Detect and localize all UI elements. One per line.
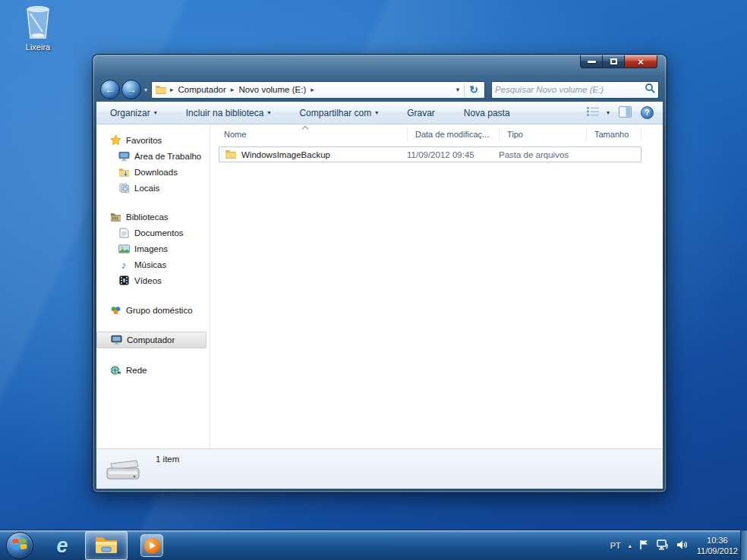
file-modified: 11/09/2012 09:45: [407, 150, 499, 159]
new-folder-label: Nova pasta: [464, 108, 510, 118]
status-item-count: 1 item: [156, 455, 179, 464]
taskbar-clock[interactable]: 10:36 11/09/2012: [697, 535, 738, 557]
details-pane: 1 item: [96, 448, 663, 489]
title-bar[interactable]: ×: [93, 55, 667, 77]
chevron-down-icon: ▾: [607, 109, 610, 116]
show-desktop-button[interactable]: [740, 530, 747, 560]
refresh-icon[interactable]: ↻: [465, 83, 483, 96]
documents-icon: [118, 227, 130, 239]
close-icon: ×: [638, 57, 644, 67]
organize-button[interactable]: Organizar ▾: [106, 105, 162, 121]
burn-button[interactable]: Gravar: [402, 105, 440, 121]
address-dropdown-icon[interactable]: ▾: [452, 86, 465, 93]
organize-label: Organizar: [110, 108, 150, 118]
breadcrumb-arrow-icon[interactable]: ▸: [228, 86, 238, 93]
maximize-button[interactable]: [603, 55, 624, 68]
forward-button[interactable]: →: [121, 80, 141, 99]
libraries-icon: [109, 211, 121, 223]
file-row[interactable]: WindowsImageBackup 11/09/2012 09:45 Past…: [219, 146, 641, 162]
action-center-flag-icon[interactable]: [639, 540, 649, 552]
chevron-down-icon: ▾: [154, 109, 157, 116]
start-button[interactable]: [6, 532, 33, 559]
column-label: Tipo: [507, 130, 523, 139]
sidebar-item-locais[interactable]: Locais: [96, 180, 210, 196]
network-icon: [109, 364, 121, 376]
view-controls: ▾ ?: [586, 106, 654, 120]
include-in-library-button[interactable]: Incluir na biblioteca ▾: [181, 105, 276, 121]
recycle-bin-icon: [11, 5, 65, 41]
sidebar-label: Locais: [134, 184, 159, 193]
back-icon: ←: [105, 83, 115, 96]
column-label: Nome: [224, 130, 246, 139]
column-header-tamanho[interactable]: Tamanho: [587, 127, 641, 141]
close-button[interactable]: ×: [624, 55, 657, 68]
media-player-icon: [140, 534, 163, 557]
recycle-bin[interactable]: Lixeira: [11, 5, 65, 52]
burn-label: Gravar: [407, 108, 435, 118]
column-header-tipo[interactable]: Tipo: [500, 127, 587, 141]
breadcrumb-item-novo-volume[interactable]: Novo volume (E:): [237, 85, 307, 94]
language-indicator[interactable]: PT: [610, 541, 621, 550]
sidebar-label: Área de Trabalho: [134, 152, 201, 161]
sidebar-item-musicas[interactable]: ♪ Músicas: [96, 256, 210, 272]
desktop-icon: [118, 150, 130, 162]
column-headers: Nome Data de modificaç... Tipo Tamanho: [210, 124, 663, 144]
include-label: Incluir na biblioteca: [186, 108, 264, 118]
sidebar-item-area-de-trabalho[interactable]: Área de Trabalho: [96, 148, 210, 164]
sidebar-item-downloads[interactable]: Downloads: [96, 164, 210, 180]
sidebar-label: Vídeos: [134, 276, 162, 285]
change-view-button[interactable]: ▾: [586, 106, 610, 119]
help-button[interactable]: ?: [641, 106, 654, 119]
taskbar-item-internet-explorer[interactable]: e: [44, 532, 80, 559]
new-folder-button[interactable]: Nova pasta: [459, 105, 515, 121]
navigation-row: ← → ▾ ▸ Computador ▸ Novo volume (E:) ▸ …: [93, 77, 667, 102]
column-header-nome[interactable]: Nome: [210, 127, 408, 141]
column-header-data[interactable]: Data de modificaç...: [408, 127, 500, 141]
sidebar-item-imagens[interactable]: Imagens: [96, 241, 210, 256]
sidebar-label: Músicas: [134, 260, 166, 269]
sidebar-item-computador[interactable]: Computador: [96, 332, 206, 348]
explorer-window: × ← → ▾ ▸ Computador ▸ Novo volume (E:) …: [93, 55, 667, 492]
address-bar[interactable]: ▸ Computador ▸ Novo volume (E:) ▸ ▾ ↻: [151, 81, 485, 99]
chevron-down-icon: ▾: [267, 109, 270, 116]
sidebar-label: Bibliotecas: [126, 212, 169, 222]
sidebar-item-documentos[interactable]: Documentos: [96, 225, 210, 241]
system-tray: PT ▴ 10:36 11/09/2012: [610, 530, 739, 560]
preview-pane-button[interactable]: [619, 106, 632, 120]
internet-explorer-icon: e: [56, 534, 68, 558]
share-with-button[interactable]: Compartilhar com ▾: [295, 105, 383, 121]
search-box[interactable]: [491, 81, 659, 99]
sidebar-label: Imagens: [134, 244, 168, 253]
network-tray-icon[interactable]: [657, 540, 669, 552]
breadcrumb-item-computador[interactable]: Computador: [177, 85, 228, 94]
downloads-icon: [118, 166, 130, 178]
hidden-icons-button[interactable]: ▴: [629, 543, 632, 549]
volume-icon[interactable]: [676, 540, 688, 552]
sidebar-item-grupo-domestico[interactable]: Grupo doméstico: [96, 302, 210, 318]
list-view-icon: [586, 106, 600, 119]
sidebar-label: Rede: [126, 366, 147, 375]
back-button[interactable]: ←: [100, 80, 120, 99]
breadcrumb-arrow-icon: ▸: [167, 86, 177, 93]
drive-icon: [106, 456, 141, 486]
recent-pages-dropdown[interactable]: ▾: [144, 87, 147, 93]
breadcrumb-arrow-icon[interactable]: ▸: [307, 86, 317, 93]
sidebar-item-videos[interactable]: Vídeos: [96, 272, 210, 288]
taskbar-item-media-player[interactable]: [134, 532, 170, 559]
taskbar-item-explorer-active[interactable]: [85, 531, 128, 560]
clock-date: 11/09/2012: [697, 546, 738, 556]
sort-ascending-icon: [303, 125, 308, 131]
sidebar-item-bibliotecas[interactable]: Bibliotecas: [96, 209, 210, 225]
sidebar-label: Documentos: [134, 228, 184, 238]
sidebar-item-favoritos[interactable]: Favoritos: [96, 132, 210, 148]
sidebar-label: Computador: [127, 335, 175, 344]
file-name: WindowsImageBackup: [241, 150, 330, 159]
column-label: Data de modificaç...: [415, 130, 489, 139]
minimize-icon: [588, 61, 596, 63]
column-label: Tamanho: [594, 130, 629, 139]
search-input[interactable]: [495, 85, 645, 94]
recycle-bin-label: Lixeira: [11, 42, 65, 52]
sidebar-item-rede[interactable]: Rede: [96, 362, 210, 378]
folder-icon: [225, 149, 241, 160]
minimize-button[interactable]: [580, 55, 603, 68]
